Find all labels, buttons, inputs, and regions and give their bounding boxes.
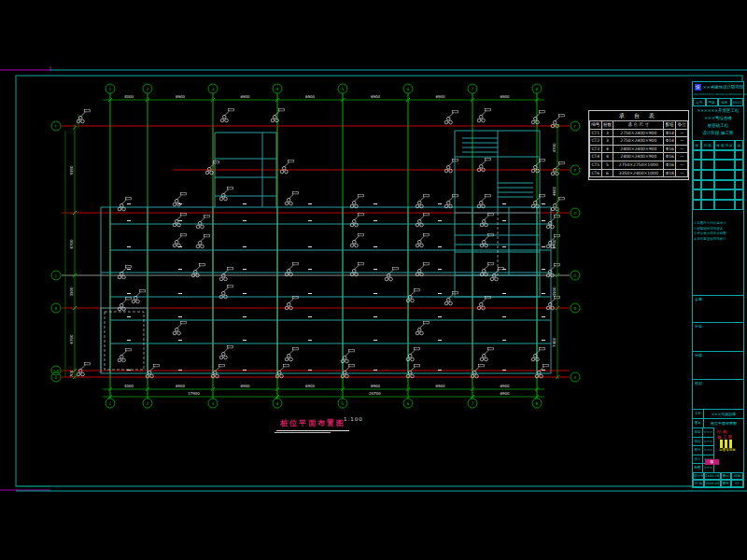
beam-tag-mark — [178, 370, 182, 371]
pile-leader — [448, 161, 453, 166]
axis-bubble-label: 5 — [342, 87, 345, 91]
pile-label-box — [555, 216, 560, 217]
pile-symbol — [385, 268, 398, 281]
pile-symbol — [416, 322, 429, 335]
beam-tag-mark — [127, 220, 131, 221]
pile-leader — [481, 299, 486, 303]
pile-leader — [121, 268, 126, 273]
pile-label-box — [424, 195, 430, 197]
pile-label-box — [228, 268, 233, 270]
project-line: ×××号综合楼 — [693, 115, 743, 122]
pile-leader — [481, 197, 486, 202]
pile-circle — [224, 277, 228, 281]
axis-bubble-label: 6 — [407, 401, 410, 406]
pile-label-box — [540, 111, 545, 113]
axis-bubble-label: 2 — [147, 87, 149, 91]
axis-bubble-label: 4 — [276, 401, 279, 406]
pile-circle — [546, 245, 550, 248]
beam-tag-mark — [438, 293, 442, 294]
pile-circle — [416, 331, 419, 335]
pile-circle — [350, 244, 354, 247]
dim-text: 6900 — [305, 94, 316, 99]
schedule-header: 桩数 — [601, 121, 613, 130]
beam-tag-mark — [308, 203, 312, 204]
dim-text: 6900 — [500, 391, 510, 396]
pile-label-box — [555, 235, 560, 237]
beam-tag-mark — [243, 246, 247, 247]
axis-bubble-label: B — [55, 306, 58, 311]
pile-label-box — [559, 162, 565, 164]
revision-cell — [735, 200, 743, 210]
axis-bubble-label: B — [574, 306, 577, 311]
pile-leader — [224, 111, 229, 116]
beam-tag-mark — [542, 246, 545, 247]
project-line: 设计阶段 施工图 — [693, 130, 743, 137]
beam-teal-layer — [101, 131, 551, 373]
beam-tag-mark — [542, 316, 545, 317]
beam-tag-mark — [127, 370, 131, 371]
plan-drawing: 4000690069006900690069006900400069006900… — [0, 0, 747, 560]
pile-circle — [289, 357, 293, 361]
beam-tag-mark — [374, 316, 377, 317]
revision-cell: 签名 — [735, 140, 743, 150]
pile-symbol — [480, 348, 493, 361]
axis-bubble-label: C — [574, 273, 577, 278]
pile-symbol — [531, 348, 544, 361]
beam-tag-mark — [243, 293, 247, 294]
dashed-white-layer — [105, 213, 498, 370]
revision-cell — [735, 180, 743, 190]
revision-cell — [693, 180, 701, 190]
pile-symbol — [219, 268, 233, 281]
pile-leader — [419, 197, 424, 202]
pile-symbol — [480, 263, 493, 276]
pile-label-box — [488, 348, 494, 350]
beam-tag-mark — [502, 316, 506, 317]
pile-circle — [122, 275, 126, 279]
beam-tag-mark — [502, 246, 506, 247]
pile-leader — [448, 113, 453, 118]
pile-label-box — [424, 214, 430, 216]
sheet-grid-row: 日 期2005.06图号03 — [693, 480, 743, 487]
project-line: 桩基础工程 — [693, 122, 743, 130]
schedule-header: 配筋 — [664, 121, 676, 130]
axis-bubble-label: 4 — [276, 87, 279, 91]
schedule-cell: — — [676, 137, 688, 146]
pile-label-box — [228, 188, 233, 189]
axis-bubble-label: 7 — [472, 87, 474, 91]
pile-leader — [484, 265, 488, 270]
pile-label-box — [228, 286, 233, 287]
pile-leader — [419, 324, 424, 329]
pile-circle — [118, 358, 121, 362]
revision-cell — [735, 189, 743, 200]
beam-tag-mark — [243, 370, 247, 371]
cad-canvas[interactable]: 4000690069006900690069006900400069006900… — [0, 0, 747, 560]
section-divider — [693, 295, 743, 296]
beam-tag-mark — [438, 203, 442, 204]
revision-cell — [714, 180, 735, 190]
dim-text: 6900 — [240, 94, 250, 99]
beam-tag-mark — [127, 293, 131, 294]
pile-circle — [480, 357, 484, 361]
revision-row — [693, 170, 743, 180]
drawing-title: 桩位平面布置图 1:100 — [276, 412, 349, 433]
pile-label-box — [228, 346, 233, 348]
pile-circle — [495, 277, 499, 281]
schedule-cell: — — [676, 161, 688, 169]
revision-cell — [714, 170, 735, 180]
pile-leader — [135, 292, 140, 297]
pile-label-box — [349, 350, 355, 352]
pile-circle — [485, 357, 488, 361]
revision-cell — [701, 180, 714, 190]
schedule-cell: 2400×2400×900 — [613, 153, 664, 161]
pile-circle — [118, 275, 121, 279]
pile-circle — [420, 331, 424, 335]
dim-text: 7400 — [552, 337, 557, 347]
section-label: 审核: — [695, 353, 703, 357]
revision-cell — [701, 150, 714, 161]
pile-circle — [389, 277, 393, 281]
revision-cell — [714, 189, 735, 200]
pile-circle — [411, 299, 415, 302]
pile-label-box — [219, 365, 225, 367]
pile-leader — [200, 237, 204, 242]
revision-cell — [735, 150, 743, 161]
